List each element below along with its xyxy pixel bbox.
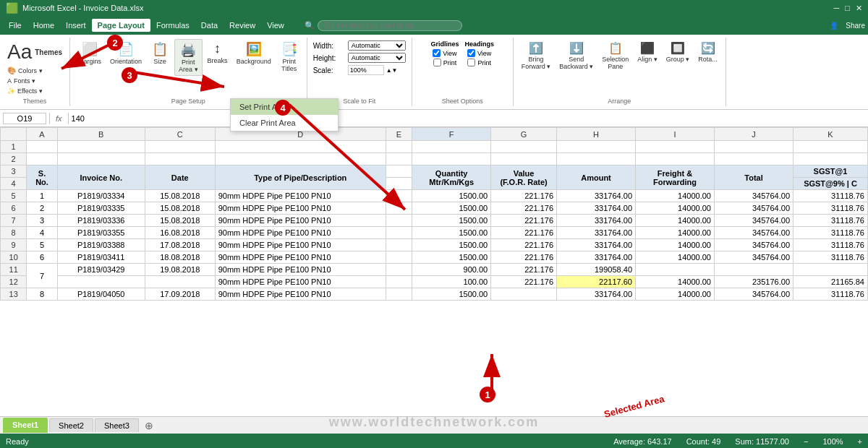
- watermark: www.worldtechnetwork.com: [329, 415, 539, 430]
- group-button[interactable]: 🔲 Group ▾: [663, 39, 694, 65]
- table-row: 8 4 P1819/03355 16.08.2018 90mm HDPE Pip…: [1, 227, 868, 239]
- col-date-header[interactable]: Date: [145, 165, 215, 190]
- selection-pane-icon: 📋: [608, 41, 623, 55]
- formula-input[interactable]: [72, 114, 865, 123]
- bring-forward-button[interactable]: ⬆️ BringForward ▾: [518, 39, 555, 72]
- col-header-c[interactable]: C: [145, 128, 215, 141]
- zoom-in-btn[interactable]: +: [858, 437, 862, 446]
- cell-ref-input[interactable]: [3, 113, 46, 124]
- col-header-f[interactable]: F: [412, 128, 491, 141]
- row-num-9: 9: [1, 239, 27, 251]
- arrow-num-4: 4: [275, 100, 291, 116]
- background-button[interactable]: 🖼️ Background: [233, 39, 275, 67]
- add-sheet-button[interactable]: ⊕: [140, 418, 158, 433]
- menu-insert[interactable]: Insert: [60, 19, 92, 32]
- menu-view[interactable]: View: [261, 19, 290, 32]
- ribbon-group-sheetoptions: Gridlines View Print Headings View: [412, 38, 514, 106]
- title-bar: 🟩 Microsoft Excel - Invoice Data.xlsx ─ …: [0, 0, 868, 16]
- size-icon: 📋: [152, 41, 168, 57]
- table-row: 10 6 P1819/03411 18.08.2018 90mm HDPE Pi…: [1, 251, 868, 264]
- status-average: Average: 643.17: [613, 437, 672, 446]
- breaks-icon: ↕️: [214, 41, 221, 56]
- breaks-button[interactable]: ↕️ Breaks: [204, 39, 231, 66]
- row-num-5: 5: [1, 190, 27, 202]
- col-header-i[interactable]: I: [636, 128, 715, 141]
- sheet-tab-1[interactable]: Sheet1: [3, 418, 48, 433]
- row-num-7: 7: [1, 215, 27, 227]
- col-sno-header[interactable]: S.No.: [27, 165, 57, 190]
- col-qty-header[interactable]: QuantityMtr/Km/Kgs: [412, 165, 491, 190]
- row-num-8: 8: [1, 227, 27, 239]
- align-button[interactable]: ⬛ Align ▾: [634, 39, 661, 65]
- status-count: Count: 49: [686, 437, 721, 446]
- col-header-j[interactable]: J: [715, 128, 793, 141]
- send-backward-button[interactable]: ⬇️ SendBackward ▾: [556, 39, 597, 72]
- formula-divider2: [68, 113, 69, 124]
- send-backward-icon: ⬇️: [569, 41, 584, 55]
- height-label: Height:: [313, 54, 346, 62]
- print-titles-button[interactable]: 📑 PrintTitles: [276, 39, 302, 74]
- col-sgst-header[interactable]: SGST@1: [793, 165, 868, 178]
- rotate-button[interactable]: 🔄 Rota...: [694, 39, 721, 65]
- sheet-tab-2[interactable]: Sheet2: [49, 418, 93, 432]
- menu-data[interactable]: Data: [195, 19, 224, 32]
- col-header-g[interactable]: G: [491, 128, 557, 141]
- size-button[interactable]: 📋 Size: [147, 39, 173, 67]
- close-btn[interactable]: ✕: [856, 4, 862, 13]
- scale-input[interactable]: [348, 65, 384, 75]
- zoom-level: 100%: [822, 437, 843, 446]
- col-header-b[interactable]: B: [57, 128, 145, 141]
- clear-print-area-item[interactable]: Clear Print Area: [231, 115, 338, 131]
- scale-up-icon[interactable]: ▲▼: [386, 67, 398, 74]
- table-row: 9 5 P1819/03388 17.08.2018 90mm HDPE Pip…: [1, 239, 868, 251]
- height-select[interactable]: Automatic: [348, 53, 406, 63]
- ribbon-group-pagesetup: ⬜ Margins 📄 Orientation 📋 Size 🖨️ PrintA…: [70, 38, 307, 106]
- zoom-out-btn[interactable]: −: [804, 437, 808, 446]
- col-total-header[interactable]: Total: [715, 165, 793, 190]
- selection-pane-button[interactable]: 📋 SelectionPane: [598, 39, 632, 72]
- gridlines-print-checkbox[interactable]: [433, 59, 441, 66]
- headings-view-checkbox[interactable]: [467, 49, 475, 57]
- margins-button[interactable]: ⬜ Margins: [75, 39, 105, 67]
- colors-button[interactable]: 🎨 Colors ▾: [4, 65, 65, 76]
- menu-home[interactable]: Home: [27, 19, 60, 32]
- row-num-10: 10: [1, 251, 27, 264]
- colors-label: Colors ▾: [18, 67, 43, 74]
- col-amount-header[interactable]: Amount: [557, 165, 636, 190]
- title-text: Microsoft Excel - Invoice Data.xlsx: [22, 4, 144, 12]
- menu-review[interactable]: Review: [224, 19, 261, 32]
- themes-icon: Aa: [7, 40, 32, 64]
- col-header-h[interactable]: H: [557, 128, 636, 141]
- sheet-tab-3[interactable]: Sheet3: [95, 418, 139, 432]
- col-header-k[interactable]: K: [793, 128, 868, 141]
- width-select[interactable]: Automatic: [348, 40, 406, 51]
- table-row: 2: [1, 153, 868, 165]
- col-sgst2-header[interactable]: SGST@9% | C: [793, 178, 868, 190]
- themes-group-label: Themes: [23, 96, 47, 105]
- colors-icon: 🎨: [7, 66, 16, 74]
- print-area-button[interactable]: 🖨️ PrintArea ▾: [174, 39, 203, 76]
- headings-view-label: View: [477, 50, 491, 57]
- col-invoice-header[interactable]: Invoice No.: [57, 165, 145, 190]
- search-input[interactable]: [318, 20, 462, 31]
- col-freight-header[interactable]: Freight &Forwarding: [636, 165, 715, 190]
- ribbon-group-scaletofit: Width: Automatic Height: Automatic Scale…: [307, 38, 412, 106]
- gridlines-print-label: Print: [443, 59, 457, 66]
- minimize-btn[interactable]: ─: [834, 4, 840, 13]
- gridlines-label: Gridlines: [430, 40, 459, 48]
- menu-pagelayout[interactable]: Page Layout: [92, 19, 150, 32]
- col-header-e[interactable]: E: [386, 128, 412, 141]
- fonts-button[interactable]: A Fonts ▾: [4, 76, 65, 86]
- themes-button[interactable]: Aa Themes: [4, 39, 65, 65]
- share-btn[interactable]: Share: [846, 22, 865, 30]
- margins-icon: ⬜: [82, 41, 98, 57]
- headings-print-checkbox[interactable]: [467, 59, 475, 66]
- effects-button[interactable]: ✨ Effects ▾: [4, 86, 65, 96]
- col-value-header[interactable]: Value(F.O.R. Rate): [491, 165, 557, 190]
- menu-file[interactable]: File: [3, 19, 27, 32]
- maximize-btn[interactable]: □: [845, 4, 850, 13]
- menu-formulas[interactable]: Formulas: [150, 19, 195, 32]
- col-header-a[interactable]: A: [27, 128, 57, 141]
- gridlines-view-checkbox[interactable]: [433, 49, 441, 57]
- col-type-header[interactable]: Type of Pipe/Description: [215, 165, 386, 190]
